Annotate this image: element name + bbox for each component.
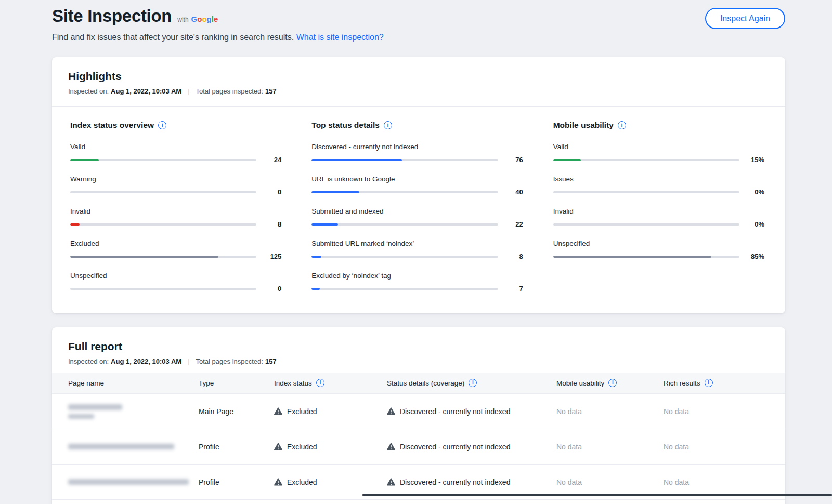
table-row[interactable]: Main PageExcludedDiscovered - currently … <box>52 394 785 429</box>
stat-value: 22 <box>498 220 523 228</box>
page-name-cell <box>68 444 199 449</box>
redacted-page-name <box>68 479 189 485</box>
type-cell: Profile <box>199 478 274 486</box>
table-row[interactable]: ProfileExcludedDiscovered - currently no… <box>52 429 785 465</box>
stat-bar-line: 7 <box>311 285 523 293</box>
mobile-usability-cell: No data <box>556 443 664 451</box>
stat-row-valid: Valid15% <box>553 143 764 164</box>
panel-mobile-usability: Mobile usabilityiValid15%Issues0%Invalid… <box>553 121 764 293</box>
panel-top-status-details: Top status detailsiDiscovered - currentl… <box>311 121 523 293</box>
meta-separator: | <box>188 357 189 365</box>
column-header-rich-results: Rich resultsi <box>664 379 769 387</box>
stat-bar-line: 0% <box>553 188 764 196</box>
info-icon[interactable]: i <box>384 121 392 129</box>
page-name-cell <box>68 479 199 485</box>
column-header-label: Mobile usability <box>556 379 604 387</box>
panel-title-row: Index status overviewi <box>70 121 281 130</box>
stat-bar-line: 85% <box>553 253 764 260</box>
rich-results-cell: No data <box>664 407 769 416</box>
warning-icon <box>387 478 395 486</box>
bar-track <box>553 159 739 161</box>
stat-bar-line: 0 <box>70 285 281 293</box>
index-status-cell: Excluded <box>274 478 387 486</box>
warning-icon <box>274 443 282 450</box>
meta-separator: | <box>188 87 189 95</box>
column-header-label: Index status <box>274 379 312 387</box>
table-row[interactable]: Product!Invalid!Submitted, marked ‘noind… <box>52 500 785 504</box>
status-label: Excluded <box>287 407 317 416</box>
rich-results-cell: No data <box>664 443 769 451</box>
panel-title-row: Mobile usabilityi <box>553 121 764 130</box>
page-title: Site Inspection <box>52 6 172 26</box>
bar-track <box>70 288 256 290</box>
full-report-meta: Inspected on:Aug 1, 2022, 10:03 AM|Total… <box>68 357 769 365</box>
what-is-site-inspection-link[interactable]: What is site inspection? <box>296 33 384 42</box>
redacted-page-name <box>68 414 94 419</box>
stat-label: URL is unknown to Google <box>311 175 523 183</box>
bar-track <box>311 223 498 226</box>
highlights-panels: Index status overviewiValid24Warning0Inv… <box>52 107 785 313</box>
bar-track <box>553 191 739 193</box>
redacted-page-name <box>68 444 174 449</box>
inspected-on-label: Inspected on: <box>68 357 109 365</box>
stat-row-url-is-unknown-to-google: URL is unknown to Google40 <box>311 175 523 196</box>
full-report-card: Full report Inspected on:Aug 1, 2022, 10… <box>52 327 785 504</box>
inspected-on-value: Aug 1, 2022, 10:03 AM <box>111 87 181 95</box>
stat-label: Excluded by ‘noindex’ tag <box>311 272 523 280</box>
column-header-page-name: Page name <box>68 379 199 387</box>
stat-label: Issues <box>553 175 764 183</box>
stat-row-excluded-by-noindex-tag: Excluded by ‘noindex’ tag7 <box>311 272 523 293</box>
page-name-cell <box>68 404 199 419</box>
stat-value: 8 <box>498 253 523 260</box>
info-icon[interactable]: i <box>705 379 713 387</box>
mobile-usability-cell: No data <box>556 478 664 486</box>
rich-results-cell: No data <box>664 478 769 486</box>
stat-bar-line: 0% <box>553 220 764 228</box>
info-icon[interactable]: i <box>469 379 477 387</box>
info-icon[interactable]: i <box>618 121 626 129</box>
stat-row-submitted-url-marked-noindex: Submitted URL marked ‘noindex’8 <box>311 240 523 260</box>
column-header-label: Page name <box>68 379 104 387</box>
stat-row-excluded: Excluded125 <box>70 240 281 260</box>
stat-label: Excluded <box>70 240 281 247</box>
status-label: Excluded <box>287 443 317 451</box>
status-details-cell: Discovered - currently not indexed <box>387 443 556 451</box>
panel-title: Mobile usability <box>553 121 614 130</box>
inspected-on-label: Inspected on: <box>68 87 109 95</box>
stat-label: Valid <box>70 143 281 151</box>
stat-value: 24 <box>256 156 281 164</box>
redacted-page-name <box>68 404 122 410</box>
stat-value: 0 <box>256 285 281 293</box>
page-header: Site Inspection with Google Find and fix… <box>52 6 785 42</box>
stat-value: 0 <box>256 188 281 196</box>
stat-label: Submitted URL marked ‘noindex’ <box>311 240 523 247</box>
status-label: Discovered - currently not indexed <box>400 407 510 416</box>
bar-track <box>311 256 498 258</box>
stat-label: Invalid <box>553 207 764 215</box>
total-pages-value: 157 <box>265 87 277 95</box>
stat-label: Discovered - currently not indexed <box>311 143 523 151</box>
stat-row-discovered-currently-not-indexed: Discovered - currently not indexed76 <box>311 143 523 164</box>
warning-icon <box>274 478 282 486</box>
stat-row-unspecified: Unspecified85% <box>553 240 764 260</box>
bottom-scrollbar-thumb[interactable] <box>362 494 832 496</box>
column-header-type: Type <box>199 379 274 387</box>
stat-label: Valid <box>553 143 764 151</box>
stat-label: Warning <box>70 175 281 183</box>
bar-track <box>70 256 256 258</box>
stat-row-invalid: Invalid8 <box>70 207 281 228</box>
inspect-again-button[interactable]: Inspect Again <box>705 8 785 29</box>
total-pages-label: Total pages inspected: <box>196 357 263 365</box>
google-letter: e <box>214 15 218 23</box>
stat-bar-line: 125 <box>70 253 281 260</box>
info-icon[interactable]: i <box>158 121 166 129</box>
bar-track <box>553 223 739 226</box>
panel-index-status-overview: Index status overviewiValid24Warning0Inv… <box>70 121 281 293</box>
info-icon[interactable]: i <box>316 379 324 387</box>
status-label: Discovered - currently not indexed <box>400 443 510 451</box>
highlights-meta: Inspected on:Aug 1, 2022, 10:03 AM|Total… <box>68 87 769 95</box>
bar-track <box>553 256 739 258</box>
bar-fill <box>311 191 359 193</box>
info-icon[interactable]: i <box>608 379 617 387</box>
with-label: with <box>177 16 188 23</box>
